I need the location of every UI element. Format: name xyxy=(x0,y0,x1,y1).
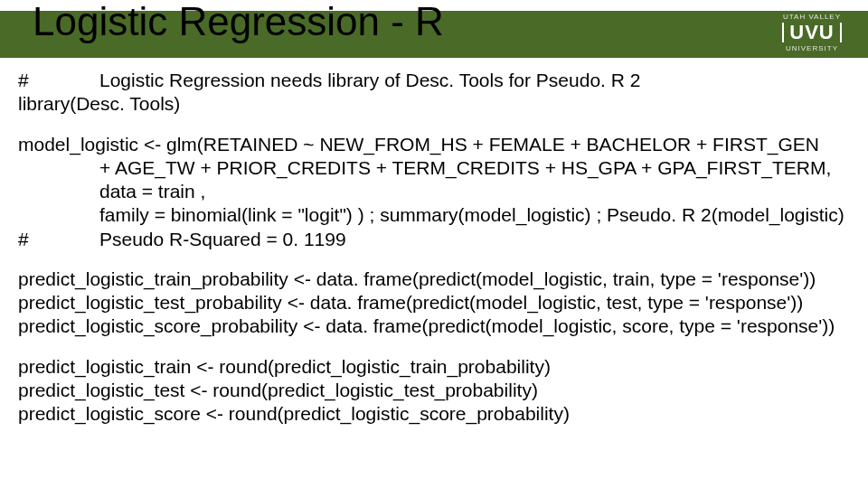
code-line: #Pseudo R-Squared = 0. 1199 xyxy=(18,228,850,251)
code-line: predict_logistic_test <- round(predict_l… xyxy=(18,379,850,402)
code-line: predict_logistic_score_probability <- da… xyxy=(18,314,850,338)
code-line: + AGE_TW + PRIOR_CREDITS + TERM_CREDITS … xyxy=(18,156,850,204)
comment-hash: # xyxy=(18,228,99,251)
code-line: predict_logistic_train_probability <- da… xyxy=(18,267,850,291)
code-line: #Logistic Regression needs library of De… xyxy=(18,69,850,92)
code-line: model_logistic <- glm(RETAINED ~ NEW_FRO… xyxy=(18,133,850,156)
code-line: predict_logistic_score <- round(predict_… xyxy=(18,402,850,426)
uvu-logo: UTAH VALLEY UVU UNIVERSITY xyxy=(769,13,855,54)
slide-title: Logistic Regression - R xyxy=(33,0,444,43)
comment-text: Logistic Regression needs library of Des… xyxy=(99,69,846,92)
code-block-4: predict_logistic_train <- round(predict_… xyxy=(18,355,850,427)
slide-body: #Logistic Regression needs library of De… xyxy=(18,69,850,442)
code-line: predict_logistic_train <- round(predict_… xyxy=(18,355,850,379)
slide: Logistic Regression - R UTAH VALLEY UVU … xyxy=(0,0,868,488)
code-block-3: predict_logistic_train_probability <- da… xyxy=(18,267,850,339)
code-block-2: model_logistic <- glm(RETAINED ~ NEW_FRO… xyxy=(18,133,850,251)
code-line: family = binomial(link = "logit") ) ; su… xyxy=(18,203,850,227)
code-line: predict_logistic_test_probability <- dat… xyxy=(18,291,850,314)
code-line: library(Desc. Tools) xyxy=(18,92,850,116)
logo-top-text: UTAH VALLEY xyxy=(769,13,855,21)
comment-text: Pseudo R-Squared = 0. 1199 xyxy=(99,228,846,251)
code-block-1: #Logistic Regression needs library of De… xyxy=(18,69,850,117)
comment-hash: # xyxy=(18,69,99,92)
logo-bot-text: UNIVERSITY xyxy=(769,44,855,52)
logo-mid-text: UVU xyxy=(782,23,841,42)
